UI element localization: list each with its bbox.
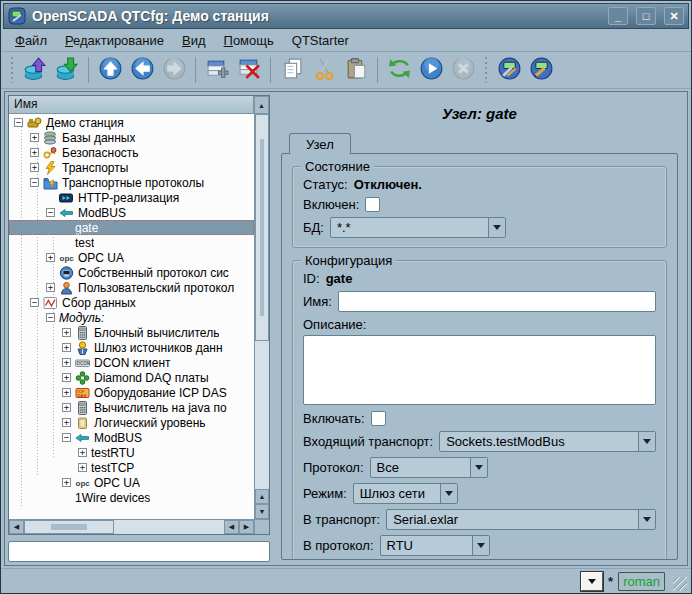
horizontal-scrollbar[interactable]: ◀ ◀ ▶ <box>9 519 269 534</box>
menu-item-file[interactable]: Файл <box>7 31 55 50</box>
user-badge[interactable]: roman <box>618 572 665 591</box>
tree-item[interactable]: +Безопасность <box>9 145 254 160</box>
tree-expand-icon[interactable]: + <box>62 478 71 487</box>
tree-item[interactable]: −ModBUS <box>9 205 254 220</box>
mode-combobox[interactable]: Шлюз сети <box>353 483 458 504</box>
item-delete-button[interactable] <box>233 55 265 85</box>
qtstarter-config-button[interactable] <box>493 55 525 85</box>
tree-expand-icon[interactable]: + <box>62 358 71 367</box>
copy-button[interactable] <box>276 55 308 85</box>
scroll-right-button[interactable]: ▶ <box>239 520 254 534</box>
tree-item[interactable]: −Демо станция <box>9 115 254 130</box>
load-from-db-button[interactable] <box>19 55 51 85</box>
to-enable-checkbox[interactable] <box>371 411 386 426</box>
tree-item[interactable]: +opcOPC UA <box>9 250 254 265</box>
scroll-up-button[interactable]: ▲ <box>254 96 269 114</box>
vscroll-track[interactable] <box>255 341 269 489</box>
in-transport-combobox[interactable]: Sockets.testModBus <box>439 431 656 452</box>
tree-expand-icon[interactable]: + <box>30 148 39 157</box>
description-textarea[interactable] <box>303 335 656 405</box>
tree-expand-icon[interactable]: + <box>78 463 87 472</box>
tree-item[interactable]: +Логический уровень <box>9 415 254 430</box>
tree-item[interactable]: −Сбор данных <box>9 295 254 310</box>
tree-item-selected[interactable]: gate <box>9 220 254 235</box>
scroll-down-button[interactable]: ▼ <box>255 504 269 519</box>
resize-grip-icon[interactable] <box>673 577 687 591</box>
enabled-checkbox[interactable] <box>365 197 380 212</box>
tree-collapse-icon[interactable]: − <box>14 118 23 127</box>
save-to-db-button[interactable] <box>51 55 83 85</box>
tree-item[interactable]: +Базы данных <box>9 130 254 145</box>
tree-collapse-icon[interactable]: − <box>62 433 71 442</box>
tree-collapse-icon[interactable]: − <box>30 178 39 187</box>
scroll-up-button-2[interactable]: ▲ <box>255 489 269 504</box>
paste-button[interactable] <box>340 55 372 85</box>
tree-expand-icon[interactable]: + <box>62 418 71 427</box>
hscroll-thumb[interactable] <box>24 520 114 534</box>
scroll-left-button-2[interactable]: ◀ <box>224 520 239 534</box>
protocol-combobox[interactable]: Все <box>370 457 488 478</box>
tree-collapse-icon[interactable]: − <box>46 208 55 217</box>
tree-expand-icon[interactable]: + <box>62 373 71 382</box>
item-add-button[interactable] <box>201 55 233 85</box>
tree-column-header[interactable]: Имя <box>9 96 254 114</box>
tree-item[interactable]: Собственный протокол сис <box>9 265 254 280</box>
hscroll-track[interactable] <box>114 520 224 534</box>
tree-item[interactable]: −Транспортные протоколы <box>9 175 254 190</box>
refresh-button[interactable] <box>383 55 415 85</box>
tree-item[interactable]: test <box>9 235 254 250</box>
tree-expand-icon[interactable]: + <box>62 388 71 397</box>
tree-item[interactable]: +Пользовательский протокол <box>9 280 254 295</box>
vscroll-thumb[interactable] <box>255 114 269 341</box>
cut-button[interactable] <box>308 55 340 85</box>
tree-expand-icon[interactable]: + <box>46 283 55 292</box>
tree-item[interactable]: +testRTU <box>9 445 254 460</box>
tree-collapse-icon[interactable]: − <box>46 313 55 322</box>
name-input[interactable] <box>338 291 656 312</box>
menu-item-view[interactable]: Вид <box>174 31 214 50</box>
tree-expand-icon[interactable]: + <box>78 448 87 457</box>
statusbar-dropdown[interactable] <box>581 572 603 591</box>
tree-filter-input[interactable] <box>8 541 270 562</box>
toolbar-handle[interactable] <box>9 57 15 83</box>
tab-node[interactable]: Узел <box>289 133 351 154</box>
tree-expand-icon[interactable]: + <box>30 133 39 142</box>
tree-item[interactable]: +testTCP <box>9 460 254 475</box>
to-transport-combobox[interactable]: Serial.exlar <box>386 509 656 530</box>
menu-item-qtstarter[interactable]: QTStarter <box>284 31 357 50</box>
tree-expand-icon[interactable]: + <box>62 403 71 412</box>
tree-item[interactable]: +ICPDASОборудование ICP DAS <box>9 385 254 400</box>
menu-item-help[interactable]: Помощь <box>216 31 282 50</box>
scroll-left-button[interactable]: ◀ <box>9 520 24 534</box>
config-group-title: Конфигурация <box>301 253 396 268</box>
tree-item[interactable]: +Шлюз источников данн <box>9 340 254 355</box>
tree-item[interactable]: −ModBUS <box>9 430 254 445</box>
vertical-scrollbar[interactable]: ▲ ▼ <box>254 114 269 519</box>
tree-item[interactable]: +Транспорты <box>9 160 254 175</box>
tree-item[interactable]: +DCONDCON клиент <box>9 355 254 370</box>
tree-expand-icon[interactable]: + <box>46 253 55 262</box>
tree-expand-icon[interactable]: + <box>30 163 39 172</box>
maximize-button[interactable]: □ <box>636 7 656 25</box>
minimize-button[interactable]: _ <box>608 7 628 25</box>
tree-item[interactable]: +Вычислитель на java по <box>9 400 254 415</box>
tree-item[interactable]: +Diamond DAQ платы <box>9 370 254 385</box>
to-protocol-combobox[interactable]: RTU <box>380 535 490 556</box>
menu-item-edit[interactable]: Редактирование <box>57 31 172 50</box>
toolbar-handle[interactable] <box>483 57 489 83</box>
close-button[interactable]: ✕ <box>664 7 684 25</box>
start-button[interactable] <box>415 55 447 85</box>
tree-item[interactable]: −Модуль: <box>9 310 254 325</box>
go-up-button[interactable] <box>94 55 126 85</box>
tree-item[interactable]: +opcOPC UA <box>9 475 254 490</box>
tree-expand-icon[interactable]: + <box>62 328 71 337</box>
title-bar[interactable]: OpenSCADA QTCfg: Демо станция _ □ ✕ <box>3 3 689 29</box>
tree-item[interactable]: 1Wire devices <box>9 490 254 505</box>
tree-item[interactable]: +Блочный вычислитель <box>9 325 254 340</box>
go-back-button[interactable] <box>126 55 158 85</box>
tree-collapse-icon[interactable]: − <box>30 298 39 307</box>
qtstarter-dev-button[interactable] <box>525 55 557 85</box>
tree-expand-icon[interactable]: + <box>62 343 71 352</box>
tree-item[interactable]: HTTP-реализация <box>9 190 254 205</box>
db-combobox[interactable]: *.* <box>330 217 506 238</box>
